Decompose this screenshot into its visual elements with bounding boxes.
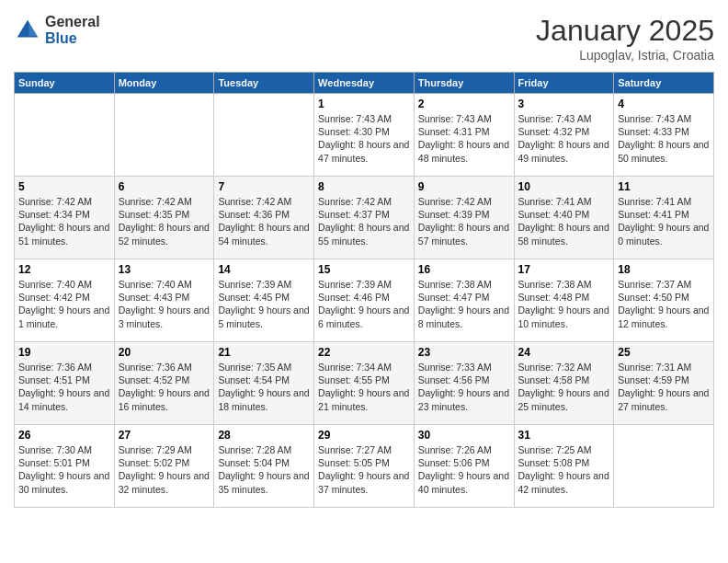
- calendar-cell: 31Sunrise: 7:25 AM Sunset: 5:08 PM Dayli…: [514, 425, 614, 508]
- logo-text: General Blue: [45, 14, 100, 46]
- day-content: Sunrise: 7:43 AM Sunset: 4:33 PM Dayligh…: [618, 112, 710, 165]
- day-number: 19: [18, 346, 110, 359]
- day-content: Sunrise: 7:31 AM Sunset: 4:59 PM Dayligh…: [618, 361, 710, 413]
- day-content: Sunrise: 7:38 AM Sunset: 4:47 PM Dayligh…: [418, 278, 510, 330]
- day-number: 15: [318, 263, 410, 276]
- day-number: 21: [218, 346, 310, 359]
- day-content: Sunrise: 7:43 AM Sunset: 4:31 PM Dayligh…: [418, 112, 510, 165]
- day-number: 1: [318, 98, 410, 110]
- day-number: 31: [518, 429, 610, 442]
- calendar-cell: 15Sunrise: 7:39 AM Sunset: 4:46 PM Dayli…: [314, 259, 415, 342]
- calendar-cell: 27Sunrise: 7:29 AM Sunset: 5:02 PM Dayli…: [114, 425, 214, 508]
- day-number: 25: [618, 346, 710, 359]
- weekday-monday: Monday: [114, 73, 214, 94]
- day-number: 11: [618, 180, 710, 193]
- week-row-1: 1Sunrise: 7:43 AM Sunset: 4:30 PM Daylig…: [15, 94, 714, 177]
- day-number: 17: [518, 263, 610, 276]
- calendar-cell: [214, 94, 314, 177]
- calendar-cell: 19Sunrise: 7:36 AM Sunset: 4:51 PM Dayli…: [15, 342, 115, 425]
- day-number: 24: [518, 346, 610, 359]
- day-content: Sunrise: 7:43 AM Sunset: 4:30 PM Dayligh…: [318, 112, 410, 165]
- day-content: Sunrise: 7:40 AM Sunset: 4:42 PM Dayligh…: [18, 278, 110, 330]
- day-content: Sunrise: 7:41 AM Sunset: 4:41 PM Dayligh…: [618, 195, 710, 247]
- calendar-cell: 18Sunrise: 7:37 AM Sunset: 4:50 PM Dayli…: [614, 259, 714, 342]
- weekday-friday: Friday: [514, 73, 614, 94]
- calendar-cell: 22Sunrise: 7:34 AM Sunset: 4:55 PM Dayli…: [314, 342, 415, 425]
- calendar-cell: 23Sunrise: 7:33 AM Sunset: 4:56 PM Dayli…: [414, 342, 514, 425]
- calendar-cell: 3Sunrise: 7:43 AM Sunset: 4:32 PM Daylig…: [514, 94, 614, 177]
- calendar-cell: [15, 94, 115, 177]
- day-number: 28: [218, 429, 310, 442]
- day-content: Sunrise: 7:41 AM Sunset: 4:40 PM Dayligh…: [518, 195, 610, 247]
- calendar-cell: 9Sunrise: 7:42 AM Sunset: 4:39 PM Daylig…: [414, 177, 514, 259]
- day-content: Sunrise: 7:35 AM Sunset: 4:54 PM Dayligh…: [218, 361, 310, 413]
- day-number: 4: [618, 98, 710, 110]
- day-number: 2: [418, 98, 510, 110]
- day-number: 22: [318, 346, 410, 359]
- calendar-cell: 24Sunrise: 7:32 AM Sunset: 4:58 PM Dayli…: [514, 342, 614, 425]
- page: General Blue January 2025 Lupoglav, Istr…: [0, 0, 728, 563]
- weekday-wednesday: Wednesday: [314, 73, 415, 94]
- header: General Blue January 2025 Lupoglav, Istr…: [14, 14, 714, 63]
- day-content: Sunrise: 7:36 AM Sunset: 4:51 PM Dayligh…: [18, 361, 110, 413]
- day-number: 6: [119, 180, 210, 193]
- calendar-cell: 13Sunrise: 7:40 AM Sunset: 4:43 PM Dayli…: [114, 259, 214, 342]
- logo-general-text: General: [45, 14, 100, 30]
- day-content: Sunrise: 7:27 AM Sunset: 5:05 PM Dayligh…: [318, 443, 410, 496]
- day-content: Sunrise: 7:34 AM Sunset: 4:55 PM Dayligh…: [318, 361, 410, 413]
- weekday-sunday: Sunday: [15, 73, 115, 94]
- day-number: 12: [18, 263, 110, 276]
- day-content: Sunrise: 7:42 AM Sunset: 4:35 PM Dayligh…: [119, 195, 210, 247]
- day-number: 10: [518, 180, 610, 193]
- calendar-cell: 28Sunrise: 7:28 AM Sunset: 5:04 PM Dayli…: [214, 425, 314, 508]
- weekday-thursday: Thursday: [414, 73, 514, 94]
- calendar: SundayMondayTuesdayWednesdayThursdayFrid…: [14, 72, 714, 508]
- logo-icon: [14, 17, 41, 44]
- calendar-cell: 1Sunrise: 7:43 AM Sunset: 4:30 PM Daylig…: [314, 94, 415, 177]
- day-number: 16: [418, 263, 510, 276]
- calendar-cell: 5Sunrise: 7:42 AM Sunset: 4:34 PM Daylig…: [15, 177, 115, 259]
- week-row-5: 26Sunrise: 7:30 AM Sunset: 5:01 PM Dayli…: [15, 425, 714, 508]
- day-number: 23: [418, 346, 510, 359]
- day-number: 20: [119, 346, 210, 359]
- day-content: Sunrise: 7:39 AM Sunset: 4:45 PM Dayligh…: [218, 278, 310, 330]
- calendar-cell: 4Sunrise: 7:43 AM Sunset: 4:33 PM Daylig…: [614, 94, 714, 177]
- day-content: Sunrise: 7:25 AM Sunset: 5:08 PM Dayligh…: [518, 443, 610, 496]
- day-number: 14: [218, 263, 310, 276]
- calendar-cell: 30Sunrise: 7:26 AM Sunset: 5:06 PM Dayli…: [414, 425, 514, 508]
- day-content: Sunrise: 7:29 AM Sunset: 5:02 PM Dayligh…: [119, 443, 210, 496]
- day-content: Sunrise: 7:42 AM Sunset: 4:34 PM Dayligh…: [18, 195, 110, 247]
- calendar-cell: 21Sunrise: 7:35 AM Sunset: 4:54 PM Dayli…: [214, 342, 314, 425]
- day-number: 29: [318, 429, 410, 442]
- weekday-tuesday: Tuesday: [214, 73, 314, 94]
- weekday-saturday: Saturday: [614, 73, 714, 94]
- calendar-cell: 2Sunrise: 7:43 AM Sunset: 4:31 PM Daylig…: [414, 94, 514, 177]
- calendar-cell: 7Sunrise: 7:42 AM Sunset: 4:36 PM Daylig…: [214, 177, 314, 259]
- week-row-3: 12Sunrise: 7:40 AM Sunset: 4:42 PM Dayli…: [15, 259, 714, 342]
- calendar-cell: 16Sunrise: 7:38 AM Sunset: 4:47 PM Dayli…: [414, 259, 514, 342]
- title-section: January 2025 Lupoglav, Istria, Croatia: [536, 14, 714, 63]
- day-content: Sunrise: 7:38 AM Sunset: 4:48 PM Dayligh…: [518, 278, 610, 330]
- day-number: 5: [18, 180, 110, 193]
- calendar-cell: [114, 94, 214, 177]
- calendar-cell: 25Sunrise: 7:31 AM Sunset: 4:59 PM Dayli…: [614, 342, 714, 425]
- day-content: Sunrise: 7:39 AM Sunset: 4:46 PM Dayligh…: [318, 278, 410, 330]
- calendar-cell: 11Sunrise: 7:41 AM Sunset: 4:41 PM Dayli…: [614, 177, 714, 259]
- day-content: Sunrise: 7:26 AM Sunset: 5:06 PM Dayligh…: [418, 443, 510, 496]
- day-number: 18: [618, 263, 710, 276]
- calendar-header: SundayMondayTuesdayWednesdayThursdayFrid…: [15, 73, 714, 94]
- day-number: 7: [218, 180, 310, 193]
- day-number: 26: [18, 429, 110, 442]
- svg-marker-1: [29, 23, 38, 36]
- calendar-cell: 6Sunrise: 7:42 AM Sunset: 4:35 PM Daylig…: [114, 177, 214, 259]
- day-number: 8: [318, 180, 410, 193]
- location: Lupoglav, Istria, Croatia: [536, 48, 714, 63]
- day-number: 9: [418, 180, 510, 193]
- logo: General Blue: [14, 14, 100, 46]
- week-row-4: 19Sunrise: 7:36 AM Sunset: 4:51 PM Dayli…: [15, 342, 714, 425]
- calendar-cell: 10Sunrise: 7:41 AM Sunset: 4:40 PM Dayli…: [514, 177, 614, 259]
- day-number: 27: [119, 429, 210, 442]
- day-number: 30: [418, 429, 510, 442]
- calendar-cell: 14Sunrise: 7:39 AM Sunset: 4:45 PM Dayli…: [214, 259, 314, 342]
- day-content: Sunrise: 7:40 AM Sunset: 4:43 PM Dayligh…: [119, 278, 210, 330]
